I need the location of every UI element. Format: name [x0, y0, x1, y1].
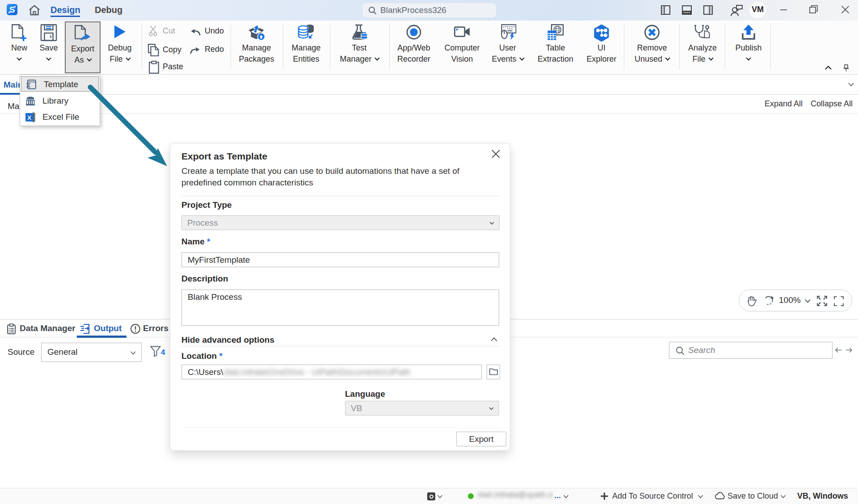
svg-text:X: X: [27, 114, 31, 121]
svg-text:S: S: [9, 5, 15, 14]
